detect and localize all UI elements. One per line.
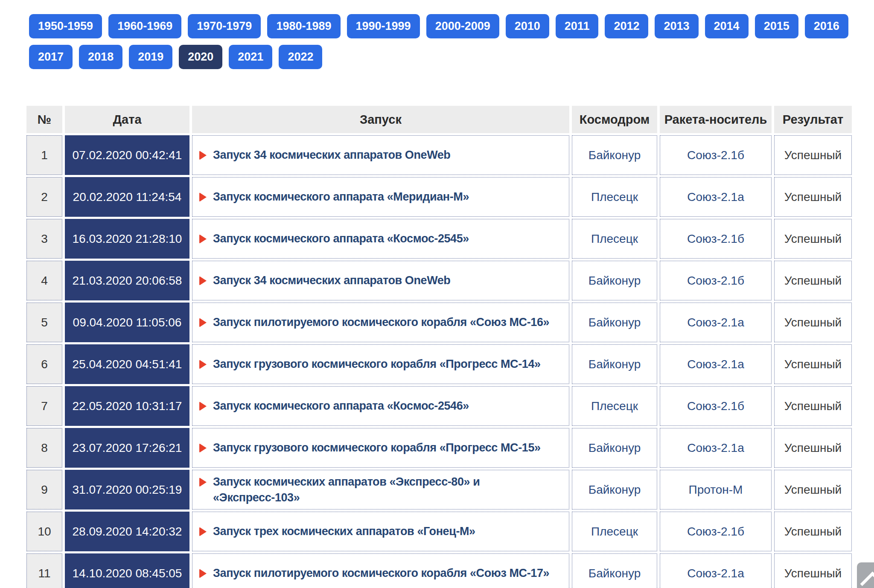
row-cosmodrome-cell: Байконур <box>572 428 657 468</box>
table-row: 931.07.2020 00:25:19Запуск космических а… <box>26 470 852 509</box>
launch-link[interactable]: Запуск пилотируемого космического корабл… <box>213 565 549 581</box>
col-header-rocket: Ракета-носитель <box>660 106 772 133</box>
row-launch-cell: Запуск космических аппаратов «Экспресс-8… <box>192 470 569 509</box>
year-filters: 1950-19591960-19691970-19791980-19891990… <box>29 14 848 69</box>
row-result-cell: Успешный <box>774 303 852 342</box>
table-row: 722.05.2020 10:31:17Запуск космического … <box>26 386 852 426</box>
row-cosmodrome-cell: Плесецк <box>572 177 657 217</box>
row-launch-cell: Запуск пилотируемого космического корабл… <box>192 303 569 342</box>
row-launch-cell: Запуск 34 космических аппаратов OneWeb <box>192 135 569 175</box>
row-cosmodrome-cell: Байконур <box>572 135 657 175</box>
year-filter-2012[interactable]: 2012 <box>605 14 648 38</box>
year-filter-2020[interactable]: 2020 <box>179 45 222 69</box>
row-rocket-cell: Союз-2.1а <box>660 303 772 342</box>
year-filter-2016[interactable]: 2016 <box>805 14 848 38</box>
row-number-cell: 8 <box>26 428 62 468</box>
row-cosmodrome-cell: Плесецк <box>572 219 657 259</box>
row-date-cell: 07.02.2020 00:42:41 <box>65 135 189 175</box>
play-icon <box>199 527 207 536</box>
row-rocket-cell: Союз-2.1б <box>660 135 772 175</box>
launch-link[interactable]: Запуск космического аппарата «Космос-254… <box>213 231 469 246</box>
row-rocket-cell: Союз-2.1а <box>660 344 772 384</box>
row-number-cell: 7 <box>26 386 62 426</box>
row-number-cell: 6 <box>26 344 62 384</box>
launch-link[interactable]: Запуск 34 космических аппаратов OneWeb <box>213 147 450 163</box>
launch-title-wrap: Запуск грузового космического корабля «П… <box>199 356 566 372</box>
launch-link[interactable]: Запуск трех космических аппаратов «Гонец… <box>213 524 475 539</box>
table-row: 1028.09.2020 14:20:32Запуск трех космиче… <box>26 512 852 551</box>
launch-title-wrap: Запуск 34 космических аппаратов OneWeb <box>199 147 566 163</box>
row-cosmodrome-cell: Байконур <box>572 470 657 509</box>
launch-title-wrap: Запуск космического аппарата «Космос-254… <box>199 398 566 413</box>
play-icon <box>199 360 207 369</box>
row-number-cell: 2 <box>26 177 62 217</box>
row-date-cell: 20.02.2020 11:24:54 <box>65 177 189 217</box>
play-icon <box>199 234 207 244</box>
row-date-cell: 31.07.2020 00:25:19 <box>65 470 189 509</box>
table-row: 509.04.2020 11:05:06Запуск пилотируемого… <box>26 303 852 342</box>
row-result-cell: Успешный <box>774 261 852 300</box>
table-row: 1114.10.2020 08:45:05Запуск пилотируемог… <box>26 553 852 588</box>
launch-link[interactable]: Запуск 34 космических аппаратов OneWeb <box>213 273 450 288</box>
row-date-cell: 25.04.2020 04:51:41 <box>65 344 189 384</box>
launch-link[interactable]: Запуск пилотируемого космического корабл… <box>213 314 549 330</box>
year-filter-2021[interactable]: 2021 <box>229 45 272 69</box>
year-filter-2018[interactable]: 2018 <box>79 45 122 69</box>
row-cosmodrome-cell: Плесецк <box>572 386 657 426</box>
year-filter-1960-1969[interactable]: 1960-1969 <box>108 14 181 38</box>
launch-link[interactable]: Запуск грузового космического корабля «П… <box>213 440 541 455</box>
table-body: 107.02.2020 00:42:41Запуск 34 космически… <box>26 135 852 588</box>
launches-table: № Дата Запуск Космодром Ракета-носитель … <box>24 104 854 588</box>
table-row: 625.04.2020 04:51:41Запуск грузового кос… <box>26 344 852 384</box>
launch-title-wrap: Запуск космического аппарата «Космос-254… <box>199 231 566 246</box>
play-icon <box>199 569 207 578</box>
row-launch-cell: Запуск грузового космического корабля «П… <box>192 344 569 384</box>
launch-link[interactable]: Запуск космического аппарата «Меридиан-М… <box>213 189 469 204</box>
launch-title-wrap: Запуск пилотируемого космического корабл… <box>199 565 566 581</box>
year-filter-2011[interactable]: 2011 <box>556 14 599 38</box>
year-filter-1950-1959[interactable]: 1950-1959 <box>29 14 102 38</box>
launch-title-wrap: Запуск грузового космического корабля «П… <box>199 440 566 455</box>
row-launch-cell: Запуск пилотируемого космического корабл… <box>192 553 569 588</box>
row-number-cell: 4 <box>26 261 62 300</box>
year-filter-2019[interactable]: 2019 <box>129 45 172 69</box>
year-filter-2010[interactable]: 2010 <box>506 14 549 38</box>
launch-title-wrap: Запуск пилотируемого космического корабл… <box>199 314 566 330</box>
year-filter-2015[interactable]: 2015 <box>755 14 798 38</box>
table-row: 823.07.2020 17:26:21Запуск грузового кос… <box>26 428 852 468</box>
scroll-to-top-button[interactable] <box>857 562 874 588</box>
row-result-cell: Успешный <box>774 177 852 217</box>
row-date-cell: 22.05.2020 10:31:17 <box>65 386 189 426</box>
table-row: 421.03.2020 20:06:58Запуск 34 космически… <box>26 261 852 300</box>
year-filter-2022[interactable]: 2022 <box>279 45 322 69</box>
row-result-cell: Успешный <box>774 553 852 588</box>
year-filter-2017[interactable]: 2017 <box>29 45 73 69</box>
play-icon <box>199 443 207 453</box>
year-filter-1990-1999[interactable]: 1990-1999 <box>347 14 420 38</box>
row-date-cell: 09.04.2020 11:05:06 <box>65 303 189 342</box>
launch-link[interactable]: Запуск космического аппарата «Космос-254… <box>213 398 469 413</box>
row-rocket-cell: Союз-2.1б <box>660 512 772 551</box>
row-result-cell: Успешный <box>774 428 852 468</box>
row-date-cell: 21.03.2020 20:06:58 <box>65 261 189 300</box>
row-number-cell: 3 <box>26 219 62 259</box>
launch-title-wrap: Запуск 34 космических аппаратов OneWeb <box>199 273 566 288</box>
launch-link[interactable]: Запуск грузового космического корабля «П… <box>213 356 541 372</box>
year-filter-2014[interactable]: 2014 <box>705 14 749 38</box>
year-filter-2013[interactable]: 2013 <box>655 14 698 38</box>
year-filter-1980-1989[interactable]: 1980-1989 <box>267 14 340 38</box>
row-rocket-cell: Протон-М <box>660 470 772 509</box>
row-launch-cell: Запуск грузового космического корабля «П… <box>192 428 569 468</box>
col-header-result: Результат <box>774 106 852 133</box>
year-filter-2000-2009[interactable]: 2000-2009 <box>426 14 499 38</box>
row-result-cell: Успешный <box>774 135 852 175</box>
play-icon <box>199 276 207 285</box>
row-cosmodrome-cell: Байконур <box>572 303 657 342</box>
launch-link[interactable]: Запуск космических аппаратов «Экспресс-8… <box>213 474 566 505</box>
row-number-cell: 9 <box>26 470 62 509</box>
row-rocket-cell: Союз-2.1б <box>660 261 772 300</box>
col-header-number: № <box>26 106 62 133</box>
year-filter-1970-1979[interactable]: 1970-1979 <box>188 14 261 38</box>
launch-title-wrap: Запуск трех космических аппаратов «Гонец… <box>199 524 566 539</box>
row-cosmodrome-cell: Плесецк <box>572 512 657 551</box>
